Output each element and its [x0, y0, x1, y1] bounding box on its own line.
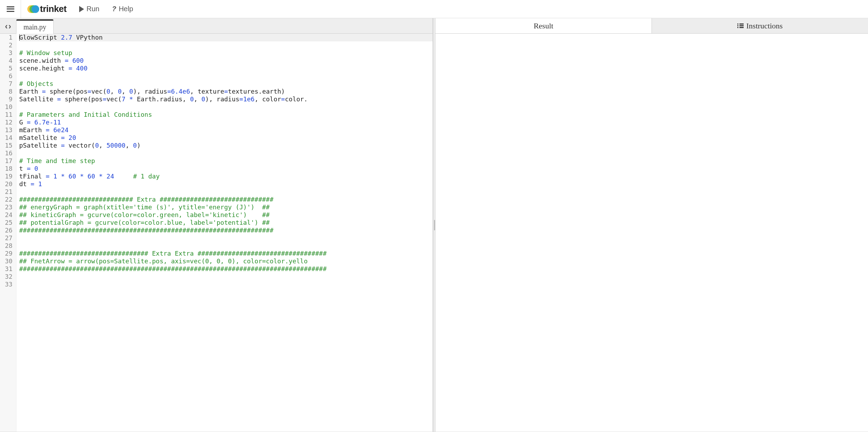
line-number: 4	[5, 57, 13, 65]
list-icon	[737, 23, 744, 28]
line-number: 24	[5, 211, 13, 219]
line-number: 9	[5, 95, 13, 103]
line-number: 23	[5, 203, 13, 211]
line-number: 13	[5, 126, 13, 134]
line-number: 21	[5, 188, 13, 196]
main-split: ‹ › main.py 1234567891011121314151617181…	[0, 18, 868, 432]
editor-pane: ‹ › main.py 1234567891011121314151617181…	[0, 18, 433, 432]
code-line[interactable]: scene.height = 400	[19, 65, 433, 72]
code-line[interactable]	[19, 273, 433, 281]
code-line[interactable]	[19, 72, 433, 80]
code-line[interactable]: ## energyGraph = graph(xtitle='time (s)'…	[19, 203, 433, 211]
code-line[interactable]	[19, 41, 433, 49]
editor-tabbar: ‹ › main.py	[0, 18, 433, 34]
line-number: 12	[5, 119, 13, 126]
line-number: 11	[5, 111, 13, 119]
code-area[interactable]: GlowScript 2.7 VPython # Window setupsce…	[16, 34, 433, 432]
line-number: 3	[5, 49, 13, 57]
line-number: 27	[5, 234, 13, 242]
code-line[interactable]	[19, 103, 433, 111]
code-line[interactable]: t = 0	[19, 165, 433, 173]
play-icon	[79, 6, 84, 12]
tab-result[interactable]: Result	[435, 18, 652, 33]
line-number: 25	[5, 219, 13, 227]
file-tab-main[interactable]: main.py	[16, 19, 54, 34]
code-line[interactable]	[19, 242, 433, 250]
line-number: 16	[5, 149, 13, 157]
code-line[interactable]	[19, 188, 433, 196]
code-line[interactable]: G = 6.7e-11	[19, 119, 433, 126]
line-number: 5	[5, 65, 13, 72]
hamburger-icon	[7, 6, 14, 12]
line-number: 17	[5, 157, 13, 165]
menu-button[interactable]	[0, 0, 21, 18]
code-line[interactable]	[19, 234, 433, 242]
help-label: Help	[119, 5, 133, 13]
line-number: 19	[5, 173, 13, 180]
question-icon: ?	[112, 5, 116, 13]
code-line[interactable]: scene.width = 600	[19, 57, 433, 65]
code-line[interactable]	[19, 149, 433, 157]
line-number: 28	[5, 242, 13, 250]
line-number: 30	[5, 257, 13, 265]
code-line[interactable]	[19, 281, 433, 288]
code-line[interactable]: ## potentialGraph = gcurve(color=color.b…	[19, 219, 433, 227]
line-number: 29	[5, 250, 13, 257]
pane-splitter[interactable]	[433, 18, 435, 432]
code-line[interactable]: ########################################…	[19, 265, 433, 273]
code-line[interactable]: GlowScript 2.7 VPython	[19, 34, 433, 41]
run-button[interactable]: Run	[73, 5, 106, 13]
line-number: 32	[5, 273, 13, 281]
output-tabs: Result Instructions	[435, 18, 868, 34]
code-editor[interactable]: 1234567891011121314151617181920212223242…	[0, 34, 433, 432]
trinket-logo-icon	[27, 4, 38, 14]
line-number: 10	[5, 103, 13, 111]
line-number: 15	[5, 142, 13, 149]
code-line[interactable]: ########################################…	[19, 227, 433, 234]
help-button[interactable]: ? Help	[106, 5, 139, 13]
run-label: Run	[87, 5, 99, 13]
code-line[interactable]: dt = 1	[19, 180, 433, 188]
tab-prev-button[interactable]: ‹	[5, 21, 8, 31]
line-number: 6	[5, 72, 13, 80]
brand-text: trinket	[40, 4, 67, 14]
line-number: 26	[5, 227, 13, 234]
line-number: 18	[5, 165, 13, 173]
code-line[interactable]: # Parameters and Initial Conditions	[19, 111, 433, 119]
code-line[interactable]: mEarth = 6e24	[19, 126, 433, 134]
tab-instructions-label: Instructions	[746, 21, 783, 31]
line-number: 14	[5, 134, 13, 142]
code-line[interactable]: # Time and time step	[19, 157, 433, 165]
tab-nav-arrows: ‹ ›	[3, 21, 14, 33]
code-line[interactable]: # Objects	[19, 80, 433, 88]
line-number: 33	[5, 281, 13, 288]
output-pane: Result Instructions	[435, 18, 868, 432]
code-line[interactable]: ## kineticGraph = gcurve(color=color.gre…	[19, 211, 433, 219]
tab-result-label: Result	[533, 21, 553, 31]
result-body	[435, 34, 868, 432]
line-number: 7	[5, 80, 13, 88]
line-number: 2	[5, 41, 13, 49]
topbar: trinket Run ? Help	[0, 0, 868, 18]
line-number: 31	[5, 265, 13, 273]
code-line[interactable]: Satellite = sphere(pos=vec(7 * Earth.rad…	[19, 95, 433, 103]
tab-instructions[interactable]: Instructions	[652, 18, 868, 33]
code-line[interactable]: # Window setup	[19, 49, 433, 57]
code-line[interactable]: ############################## Extra ###…	[19, 196, 433, 203]
brand-logo-and-name[interactable]: trinket	[21, 4, 73, 14]
code-line[interactable]: Earth = sphere(pos=vec(0, 0, 0), radius=…	[19, 88, 433, 95]
code-line[interactable]: mSatellite = 20	[19, 134, 433, 142]
code-line[interactable]: pSatellite = vector(0, 50000, 0)	[19, 142, 433, 149]
line-number: 1	[5, 34, 13, 41]
line-number: 22	[5, 196, 13, 203]
file-tab-label: main.py	[23, 23, 46, 31]
code-line[interactable]: tFinal = 1 * 60 * 60 * 24 # 1 day	[19, 173, 433, 180]
line-number: 8	[5, 88, 13, 95]
code-line[interactable]: ## FnetArrow = arrow(pos=Satellite.pos, …	[19, 257, 433, 265]
line-number-gutter: 1234567891011121314151617181920212223242…	[0, 34, 16, 432]
tab-next-button[interactable]: ›	[8, 21, 11, 31]
line-number: 20	[5, 180, 13, 188]
code-line[interactable]: ################################## Extra…	[19, 250, 433, 257]
